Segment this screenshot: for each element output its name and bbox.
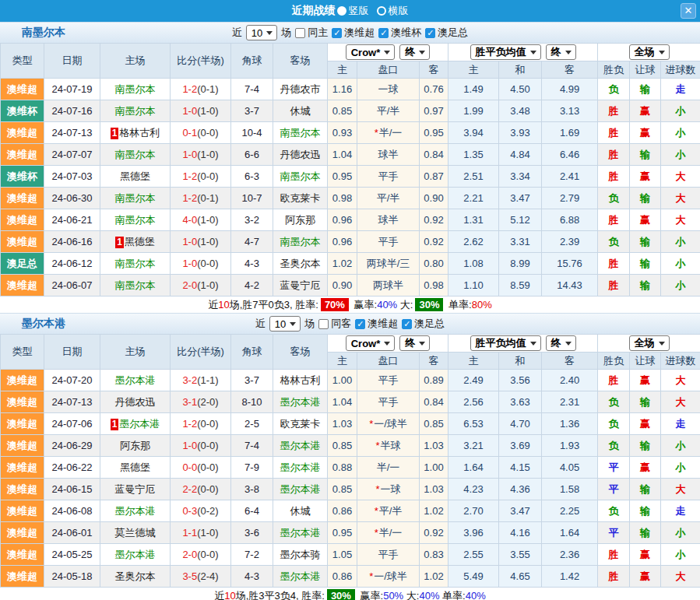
result-handicap: 赢 xyxy=(630,544,661,566)
fulltime-score: 1-0 xyxy=(182,258,197,269)
chevron-down-icon xyxy=(530,342,536,346)
section-header-bar: 南墨尔本 近10场同主澳维超澳维杯澳足总 xyxy=(0,22,700,43)
select-value: 终 xyxy=(551,45,561,59)
match-date: 24-06-16 xyxy=(44,231,100,253)
select-value: 胜平负均值 xyxy=(476,336,526,350)
match-row: 澳维超 24-07-13 丹德农迅 3-1(2-0) 8-10 墨尔本港 1.0… xyxy=(1,391,700,413)
result-wdl: 胜 xyxy=(598,209,630,231)
league-checkbox-2[interactable]: 澳足总 xyxy=(425,26,468,40)
checkbox-icon[interactable] xyxy=(295,28,305,38)
avg-type-select[interactable]: 胜平负均值 xyxy=(470,44,541,60)
match-row: 澳维杯 24-07-16 南墨尔本 1-0(1-0) 3-7 休城 0.85 *… xyxy=(1,100,700,122)
avg-away-odds: 4.05 xyxy=(542,457,598,479)
checkbox-label: 同客 xyxy=(331,317,351,331)
result-handicap: 赢 xyxy=(630,413,661,435)
subcolumn-header: 主 xyxy=(328,353,357,370)
corners: 8-10 xyxy=(231,391,273,413)
column-header: 客场 xyxy=(273,44,328,79)
horizontal-layout-label[interactable]: 横版 xyxy=(389,4,409,18)
handicap: *一球 xyxy=(357,479,420,500)
chevron-down-icon xyxy=(419,342,425,346)
avg-home-odds: 2.70 xyxy=(448,500,499,522)
away-team: 圣奥尔本 xyxy=(273,253,328,275)
rank-badge: 1 xyxy=(111,419,119,430)
matches-tbody: 澳维超 24-07-20 墨尔本港 3-2(1-1) 3-7 格林古利 1.00… xyxy=(1,370,700,588)
avg-away-odds: 1.36 xyxy=(542,413,598,435)
home-team-name: 南墨尔本 xyxy=(115,258,156,269)
odds-away: 1.00 xyxy=(420,457,448,479)
checkbox-icon[interactable] xyxy=(378,28,389,38)
vertical-layout-radio[interactable] xyxy=(337,6,346,16)
same-venue-checkbox[interactable]: 同主 xyxy=(295,26,328,40)
chevron-down-icon xyxy=(266,31,273,35)
handicap-text: 一球 xyxy=(381,483,401,495)
home-team-name: 格林古利 xyxy=(119,127,160,139)
column-header: 比分(半场) xyxy=(171,44,231,79)
halftime-score: (0-0) xyxy=(197,461,218,473)
home-team-name: 墨尔本港 xyxy=(115,505,156,517)
same-venue-checkbox[interactable]: 同客 xyxy=(318,317,351,331)
league-checkbox-0[interactable]: 澳维超 xyxy=(332,26,375,40)
odds-source-select[interactable]: Crow* xyxy=(346,335,396,351)
match-scope-select[interactable]: 全场 xyxy=(629,335,670,351)
odds-final-select[interactable]: 终 xyxy=(399,335,430,351)
checkbox-icon[interactable] xyxy=(332,28,342,38)
result-handicap: 赢 xyxy=(630,209,661,231)
avg-home-odds: 3.96 xyxy=(448,522,499,544)
summary-text: 赢率: xyxy=(357,589,383,600)
league-checkbox-1[interactable]: 澳维杯 xyxy=(378,26,421,40)
fulltime-score: 0-1 xyxy=(182,127,197,139)
league-checkbox-1[interactable]: 澳足总 xyxy=(402,317,445,331)
avg-final-select[interactable]: 终 xyxy=(546,335,576,351)
score: 1-0(1-0) xyxy=(171,100,231,122)
match-scope-select[interactable]: 全场 xyxy=(629,44,670,60)
score: 0-0(0-0) xyxy=(171,457,231,479)
corners: 7-2 xyxy=(231,544,273,566)
away-team: 南墨尔本 xyxy=(273,231,328,253)
avg-home-odds: 3.21 xyxy=(448,435,499,457)
chevron-down-icon xyxy=(384,51,390,54)
odds-final-select[interactable]: 终 xyxy=(399,44,430,60)
avg-final-select[interactable]: 终 xyxy=(546,44,576,60)
away-team: 欧克莱卡 xyxy=(273,413,328,435)
rank-badge: 1 xyxy=(111,128,119,139)
select-value: 终 xyxy=(405,336,415,350)
league-checkbox-0[interactable]: 澳维超 xyxy=(355,317,398,331)
handicap: *平手 xyxy=(357,370,420,391)
checkbox-icon[interactable] xyxy=(355,319,365,329)
corners: 6-3 xyxy=(231,166,273,188)
result-goals: 小 xyxy=(661,435,700,457)
close-icon[interactable]: ✕ xyxy=(681,3,696,19)
checkbox-icon[interactable] xyxy=(425,28,435,38)
summary-stat-value: 70% xyxy=(321,298,349,311)
away-team-name: 墨尔本港 xyxy=(280,527,321,539)
games-count-select[interactable]: 10 xyxy=(246,25,277,40)
checkbox-icon[interactable] xyxy=(318,319,329,329)
avg-home-odds: 2.49 xyxy=(448,370,499,391)
column-header: 主场 xyxy=(100,335,171,370)
horizontal-layout-radio[interactable] xyxy=(377,6,386,16)
score: 1-0(0-0) xyxy=(171,253,231,275)
avg-away-odds: 3.13 xyxy=(542,100,598,122)
match-date: 24-06-08 xyxy=(44,500,100,522)
checkbox-icon[interactable] xyxy=(402,319,412,329)
vertical-layout-label[interactable]: 竖版 xyxy=(349,4,369,18)
avg-home-odds: 2.55 xyxy=(448,544,499,566)
match-date: 24-06-21 xyxy=(44,209,100,231)
score: 3-2(1-1) xyxy=(171,370,231,391)
corners: 7-9 xyxy=(231,457,273,479)
halftime-score: (0-0) xyxy=(197,440,218,451)
home-team: 南墨尔本 xyxy=(100,100,171,122)
matches-table: 类型 日期 主场 比分(半场) 角球 客场 Crow* 终 胜平负均值 xyxy=(0,43,700,296)
away-team: 墨尔本港 xyxy=(273,479,328,500)
summary-stat-value: 80% xyxy=(472,299,492,311)
sections-container: 南墨尔本 近10场同主澳维超澳维杯澳足总 类型 日期 主场 比分(半场) 角球 … xyxy=(0,22,700,600)
league-badge: 澳维超 xyxy=(1,413,44,435)
games-count-select[interactable]: 10 xyxy=(269,316,301,332)
avg-type-select[interactable]: 胜平负均值 xyxy=(470,335,541,351)
summary-stat-value: 30% xyxy=(327,589,355,600)
odds-source-select[interactable]: Crow* xyxy=(346,44,396,60)
away-team-name: 墨尔本港 xyxy=(280,570,321,582)
handicap-text: 两球半/三 xyxy=(367,258,410,269)
match-date: 24-05-18 xyxy=(44,566,100,588)
